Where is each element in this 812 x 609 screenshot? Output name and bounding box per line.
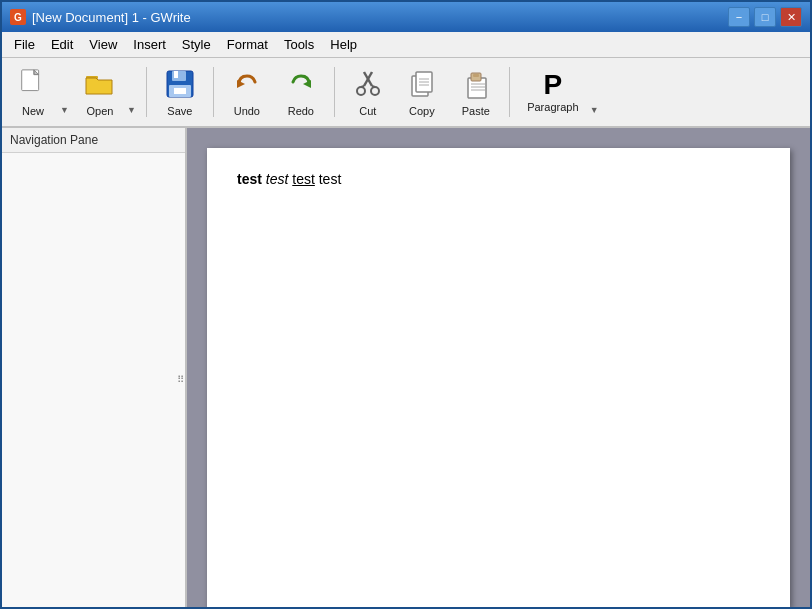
copy-button[interactable]: Copy: [397, 63, 447, 121]
text-underline: test: [292, 171, 315, 187]
paragraph-label: Paragraph: [527, 101, 578, 113]
save-icon: [164, 68, 196, 103]
paragraph-dropdown-arrow[interactable]: ▼: [588, 63, 601, 121]
new-button-group: New ▼: [8, 63, 71, 121]
undo-button[interactable]: Undo: [222, 63, 272, 121]
document-page: test test test test: [207, 148, 790, 607]
window-title: [New Document] 1 - GWrite: [32, 10, 191, 25]
nav-resize-handle[interactable]: ⠿: [177, 375, 183, 385]
cut-label: Cut: [359, 105, 376, 117]
menu-view[interactable]: View: [81, 34, 125, 55]
open-dropdown-arrow[interactable]: ▼: [125, 63, 138, 121]
open-label: Open: [86, 105, 113, 117]
nav-pane-title: Navigation Pane: [2, 128, 185, 153]
cut-button[interactable]: Cut: [343, 63, 393, 121]
nav-pane-content: ⠿: [2, 153, 185, 607]
text-plain: test: [319, 171, 342, 187]
open-button-group: Open ▼: [75, 63, 138, 121]
svg-point-15: [371, 87, 379, 95]
close-button[interactable]: ✕: [780, 7, 802, 27]
app-icon: G: [10, 9, 26, 25]
paragraph-icon: P: [544, 71, 563, 99]
document-content[interactable]: test test test test: [237, 168, 760, 190]
title-bar-controls: − □ ✕: [728, 7, 802, 27]
svg-line-17: [372, 86, 375, 87]
svg-rect-25: [473, 74, 479, 77]
copy-label: Copy: [409, 105, 435, 117]
new-button[interactable]: New: [8, 63, 58, 121]
navigation-pane: Navigation Pane ⠿: [2, 128, 187, 607]
paragraph-button[interactable]: P Paragraph: [518, 63, 588, 121]
document-area[interactable]: test test test test: [187, 128, 810, 607]
text-bold: test: [237, 171, 262, 187]
open-button[interactable]: Open: [75, 63, 125, 121]
new-label: New: [22, 105, 44, 117]
main-window: G [New Document] 1 - GWrite − □ ✕ File E…: [0, 0, 812, 609]
title-bar: G [New Document] 1 - GWrite − □ ✕: [2, 2, 810, 32]
svg-marker-10: [237, 80, 245, 88]
new-dropdown-arrow[interactable]: ▼: [58, 63, 71, 121]
save-label: Save: [167, 105, 192, 117]
paste-button[interactable]: Paste: [451, 63, 501, 121]
toolbar-separator-1: [146, 67, 147, 117]
toolbar: New ▼ Open ▼: [2, 58, 810, 128]
minimize-button[interactable]: −: [728, 7, 750, 27]
save-button[interactable]: Save: [155, 63, 205, 121]
text-italic: test: [266, 171, 289, 187]
menu-bar: File Edit View Insert Style Format Tools…: [2, 32, 810, 58]
paste-label: Paste: [462, 105, 490, 117]
copy-icon: [406, 68, 438, 103]
redo-icon: [285, 68, 317, 103]
menu-file[interactable]: File: [6, 34, 43, 55]
menu-edit[interactable]: Edit: [43, 34, 81, 55]
paste-icon: [460, 68, 492, 103]
toolbar-separator-3: [334, 67, 335, 117]
maximize-button[interactable]: □: [754, 7, 776, 27]
new-icon: [17, 68, 49, 103]
open-icon: [84, 68, 116, 103]
svg-line-16: [361, 86, 364, 87]
main-area: Navigation Pane ⠿ test test test test: [2, 128, 810, 607]
paragraph-button-group: P Paragraph ▼: [518, 63, 601, 121]
svg-rect-7: [174, 71, 178, 78]
redo-button[interactable]: Redo: [276, 63, 326, 121]
svg-point-14: [357, 87, 365, 95]
toolbar-separator-4: [509, 67, 510, 117]
menu-insert[interactable]: Insert: [125, 34, 174, 55]
toolbar-separator-2: [213, 67, 214, 117]
undo-label: Undo: [234, 105, 260, 117]
svg-marker-11: [303, 80, 311, 88]
cut-icon: [352, 68, 384, 103]
redo-label: Redo: [288, 105, 314, 117]
menu-style[interactable]: Style: [174, 34, 219, 55]
undo-icon: [231, 68, 263, 103]
menu-help[interactable]: Help: [322, 34, 365, 55]
menu-tools[interactable]: Tools: [276, 34, 322, 55]
menu-format[interactable]: Format: [219, 34, 276, 55]
svg-rect-9: [174, 88, 186, 94]
title-bar-left: G [New Document] 1 - GWrite: [10, 9, 191, 25]
